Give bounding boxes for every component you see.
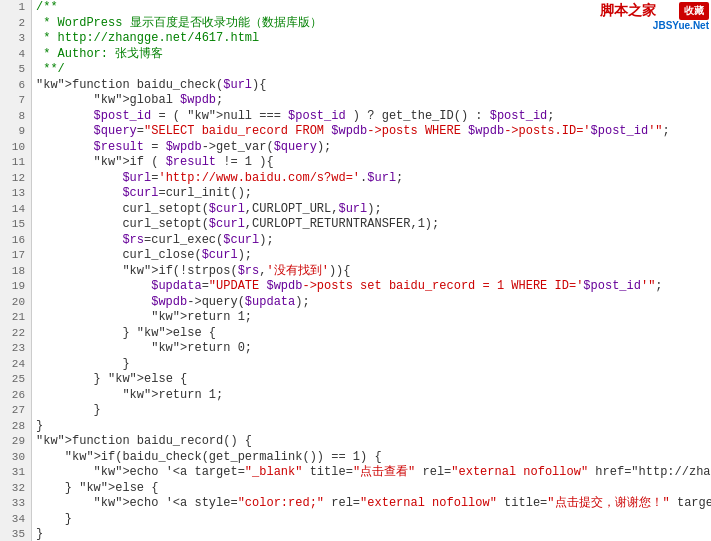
line-number: 28	[0, 419, 31, 435]
logo-sub: JBSYue.Net	[653, 20, 709, 31]
line-number: 11	[0, 155, 31, 171]
line-number: 10	[0, 140, 31, 156]
code-line: $url='http://www.baidu.com/s?wd='.$url;	[36, 171, 707, 187]
line-number: 25	[0, 372, 31, 388]
line-number: 12	[0, 171, 31, 187]
line-number: 4	[0, 47, 31, 63]
code-line: "kw">function baidu_record() {	[36, 434, 707, 450]
line-number: 29	[0, 434, 31, 450]
code-line: "kw">if(baidu_check(get_permalink()) == …	[36, 450, 707, 466]
line-number: 6	[0, 78, 31, 94]
line-number: 5	[0, 62, 31, 78]
line-number: 23	[0, 341, 31, 357]
code-line: "kw">echo '<a target="_blank" title="点击查…	[36, 465, 707, 481]
line-number: 24	[0, 357, 31, 373]
code-line: $query="SELECT baidu_record FROM $wpdb->…	[36, 124, 707, 140]
code-line: "kw">return 1;	[36, 388, 707, 404]
code-line: $rs=curl_exec($curl);	[36, 233, 707, 249]
code-line: "kw">return 1;	[36, 310, 707, 326]
line-number: 14	[0, 202, 31, 218]
code-line: }	[36, 512, 707, 528]
line-number: 30	[0, 450, 31, 466]
line-number: 35	[0, 527, 31, 541]
code-line: "kw">if(!strpos($rs,'没有找到')){	[36, 264, 707, 280]
line-number: 19	[0, 279, 31, 295]
code-container: 1234567891011121314151617181920212223242…	[0, 0, 711, 541]
line-number: 8	[0, 109, 31, 125]
logo-area: 脚本之家 收藏 JBSYue.Net	[591, 0, 711, 55]
code-line: $post_id = ( "kw">null === $post_id ) ? …	[36, 109, 707, 125]
line-number: 21	[0, 310, 31, 326]
code-line: }	[36, 527, 707, 541]
line-number: 20	[0, 295, 31, 311]
line-number: 13	[0, 186, 31, 202]
line-number: 2	[0, 16, 31, 32]
line-number: 33	[0, 496, 31, 512]
code-line: "kw">global $wpdb;	[36, 93, 707, 109]
line-number: 32	[0, 481, 31, 497]
line-number: 15	[0, 217, 31, 233]
code-line: } "kw">else {	[36, 372, 707, 388]
code-line: }	[36, 357, 707, 373]
code-line: $result = $wpdb->get_var($query);	[36, 140, 707, 156]
line-number: 1	[0, 0, 31, 16]
code-line: "kw">echo '<a style="color:red;" rel="ex…	[36, 496, 707, 512]
line-number: 16	[0, 233, 31, 249]
code-line: "kw">if ( $result != 1 ){	[36, 155, 707, 171]
logo-tag: 收藏	[679, 2, 709, 20]
code-line: } "kw">else {	[36, 326, 707, 342]
code-area[interactable]: /** * WordPress 显示百度是否收录功能（数据库版） * http:…	[32, 0, 711, 541]
code-line: }	[36, 403, 707, 419]
line-number: 17	[0, 248, 31, 264]
line-number: 26	[0, 388, 31, 404]
code-line: "kw">return 0;	[36, 341, 707, 357]
code-line: }	[36, 419, 707, 435]
line-number: 27	[0, 403, 31, 419]
line-number: 22	[0, 326, 31, 342]
code-line: $curl=curl_init();	[36, 186, 707, 202]
code-line: $updata="UPDATE $wpdb->posts set baidu_r…	[36, 279, 707, 295]
code-line: curl_setopt($curl,CURLOPT_URL,$url);	[36, 202, 707, 218]
code-line: } "kw">else {	[36, 481, 707, 497]
code-line: $wpdb->query($updata);	[36, 295, 707, 311]
code-line: "kw">function baidu_check($url){	[36, 78, 707, 94]
line-number: 7	[0, 93, 31, 109]
code-line: curl_close($curl);	[36, 248, 707, 264]
line-number: 3	[0, 31, 31, 47]
line-numbers: 1234567891011121314151617181920212223242…	[0, 0, 32, 541]
line-number: 9	[0, 124, 31, 140]
line-number: 31	[0, 465, 31, 481]
code-line: **/	[36, 62, 707, 78]
line-number: 18	[0, 264, 31, 280]
line-number: 34	[0, 512, 31, 528]
code-line: curl_setopt($curl,CURLOPT_RETURNTRANSFER…	[36, 217, 707, 233]
logo-title: 脚本之家	[600, 2, 656, 20]
